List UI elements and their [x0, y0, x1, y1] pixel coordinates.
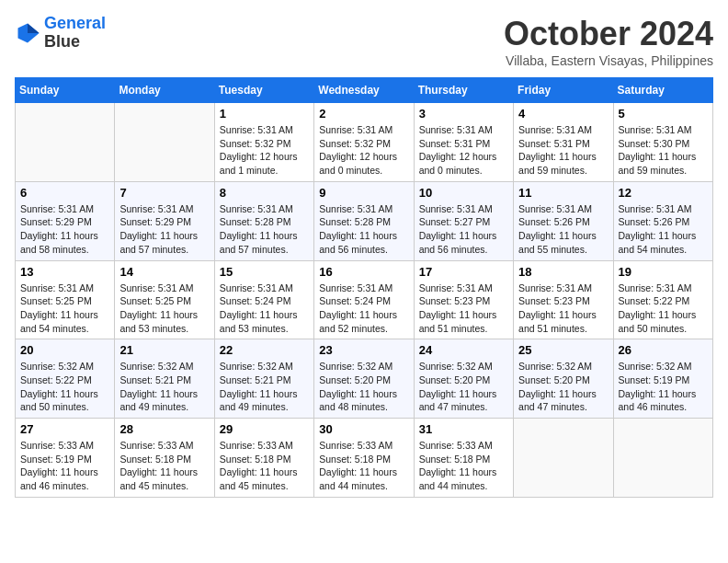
calendar-table: SundayMondayTuesdayWednesdayThursdayFrid…: [15, 77, 713, 498]
day-info: Sunrise: 5:31 AM Sunset: 5:32 PM Dayligh…: [319, 123, 408, 178]
day-of-week-header: Monday: [115, 78, 214, 103]
day-info: Sunrise: 5:31 AM Sunset: 5:27 PM Dayligh…: [419, 202, 508, 257]
day-of-week-header: Thursday: [414, 78, 513, 103]
day-number: 10: [419, 186, 508, 200]
logo-icon: [15, 20, 40, 46]
day-number: 19: [619, 265, 708, 279]
calendar-day-cell: 21 Sunrise: 5:32 AM Sunset: 5:21 PM Dayl…: [115, 339, 214, 419]
day-info: Sunrise: 5:31 AM Sunset: 5:22 PM Dayligh…: [619, 282, 708, 336]
day-number: 9: [319, 186, 408, 200]
calendar-day-cell: 25 Sunrise: 5:32 AM Sunset: 5:20 PM Dayl…: [514, 339, 613, 419]
calendar-day-cell: 16 Sunrise: 5:31 AM Sunset: 5:24 PM Dayl…: [314, 260, 414, 339]
calendar-header-row: SundayMondayTuesdayWednesdayThursdayFrid…: [16, 78, 713, 103]
day-of-week-header: Saturday: [613, 78, 712, 103]
day-of-week-header: Wednesday: [314, 78, 414, 103]
day-info: Sunrise: 5:32 AM Sunset: 5:20 PM Dayligh…: [518, 360, 608, 414]
day-number: 6: [20, 186, 109, 200]
calendar-day-cell: 20 Sunrise: 5:32 AM Sunset: 5:22 PM Dayl…: [16, 339, 115, 419]
day-number: 16: [319, 265, 408, 279]
calendar-day-cell: 5 Sunrise: 5:31 AM Sunset: 5:30 PM Dayli…: [613, 103, 712, 182]
calendar-day-cell: 11 Sunrise: 5:31 AM Sunset: 5:26 PM Dayl…: [514, 181, 613, 260]
day-number: 14: [119, 265, 209, 279]
day-info: Sunrise: 5:33 AM Sunset: 5:18 PM Dayligh…: [119, 439, 209, 493]
day-info: Sunrise: 5:32 AM Sunset: 5:20 PM Dayligh…: [419, 360, 508, 414]
calendar-day-cell: 17 Sunrise: 5:31 AM Sunset: 5:23 PM Dayl…: [414, 260, 513, 339]
calendar-week-row: 1 Sunrise: 5:31 AM Sunset: 5:32 PM Dayli…: [16, 103, 713, 182]
day-info: Sunrise: 5:31 AM Sunset: 5:24 PM Dayligh…: [220, 282, 309, 336]
day-info: Sunrise: 5:32 AM Sunset: 5:20 PM Dayligh…: [319, 360, 408, 414]
calendar-week-row: 20 Sunrise: 5:32 AM Sunset: 5:22 PM Dayl…: [16, 339, 713, 419]
calendar-day-cell: 29 Sunrise: 5:33 AM Sunset: 5:18 PM Dayl…: [214, 419, 313, 498]
day-info: Sunrise: 5:31 AM Sunset: 5:24 PM Dayligh…: [319, 282, 408, 336]
day-info: Sunrise: 5:31 AM Sunset: 5:25 PM Dayligh…: [119, 282, 209, 336]
day-number: 15: [220, 265, 309, 279]
day-info: Sunrise: 5:31 AM Sunset: 5:28 PM Dayligh…: [319, 202, 408, 257]
day-info: Sunrise: 5:31 AM Sunset: 5:29 PM Dayligh…: [20, 202, 109, 257]
day-number: 29: [220, 422, 309, 436]
day-info: Sunrise: 5:33 AM Sunset: 5:19 PM Dayligh…: [20, 439, 109, 493]
calendar-day-cell: 22 Sunrise: 5:32 AM Sunset: 5:21 PM Dayl…: [214, 339, 313, 419]
day-number: 26: [619, 343, 708, 357]
calendar-day-cell: 4 Sunrise: 5:31 AM Sunset: 5:31 PM Dayli…: [514, 103, 613, 182]
day-info: Sunrise: 5:32 AM Sunset: 5:21 PM Dayligh…: [220, 360, 309, 414]
day-info: Sunrise: 5:33 AM Sunset: 5:18 PM Dayligh…: [220, 439, 309, 493]
day-number: 22: [220, 343, 309, 357]
calendar-day-cell: 14 Sunrise: 5:31 AM Sunset: 5:25 PM Dayl…: [115, 260, 214, 339]
calendar-day-cell: 28 Sunrise: 5:33 AM Sunset: 5:18 PM Dayl…: [115, 419, 214, 498]
day-of-week-header: Sunday: [16, 78, 115, 103]
calendar-day-cell: 15 Sunrise: 5:31 AM Sunset: 5:24 PM Dayl…: [214, 260, 313, 339]
calendar-day-cell: 19 Sunrise: 5:31 AM Sunset: 5:22 PM Dayl…: [613, 260, 712, 339]
day-of-week-header: Tuesday: [214, 78, 313, 103]
title-block: October 2024 Villaba, Eastern Visayas, P…: [504, 15, 713, 68]
day-number: 28: [119, 422, 209, 436]
day-number: 2: [319, 107, 408, 121]
day-info: Sunrise: 5:31 AM Sunset: 5:26 PM Dayligh…: [619, 202, 708, 257]
day-number: 23: [319, 343, 408, 357]
calendar-day-cell: 26 Sunrise: 5:32 AM Sunset: 5:19 PM Dayl…: [613, 339, 712, 419]
logo: General Blue: [15, 15, 106, 52]
day-of-week-header: Friday: [514, 78, 613, 103]
day-number: 31: [419, 422, 508, 436]
day-number: 30: [319, 422, 408, 436]
logo-text: General Blue: [44, 15, 106, 52]
calendar-day-cell: 18 Sunrise: 5:31 AM Sunset: 5:23 PM Dayl…: [514, 260, 613, 339]
calendar-day-cell: 13 Sunrise: 5:31 AM Sunset: 5:25 PM Dayl…: [16, 260, 115, 339]
calendar-day-cell: 2 Sunrise: 5:31 AM Sunset: 5:32 PM Dayli…: [314, 103, 414, 182]
page-header: General Blue October 2024 Villaba, Easte…: [15, 15, 713, 68]
day-info: Sunrise: 5:33 AM Sunset: 5:18 PM Dayligh…: [319, 439, 408, 493]
calendar-day-cell: 8 Sunrise: 5:31 AM Sunset: 5:28 PM Dayli…: [214, 181, 313, 260]
day-info: Sunrise: 5:31 AM Sunset: 5:31 PM Dayligh…: [419, 123, 508, 178]
calendar-week-row: 27 Sunrise: 5:33 AM Sunset: 5:19 PM Dayl…: [16, 419, 713, 498]
calendar-day-cell: 31 Sunrise: 5:33 AM Sunset: 5:18 PM Dayl…: [414, 419, 513, 498]
day-number: 18: [518, 265, 608, 279]
calendar-day-cell: [514, 419, 613, 498]
day-number: 8: [220, 186, 309, 200]
day-number: 12: [619, 186, 708, 200]
calendar-day-cell: 9 Sunrise: 5:31 AM Sunset: 5:28 PM Dayli…: [314, 181, 414, 260]
calendar-day-cell: [613, 419, 712, 498]
month-title: October 2024: [504, 15, 713, 53]
day-number: 25: [518, 343, 608, 357]
day-info: Sunrise: 5:31 AM Sunset: 5:31 PM Dayligh…: [518, 123, 608, 178]
calendar-day-cell: 1 Sunrise: 5:31 AM Sunset: 5:32 PM Dayli…: [214, 103, 313, 182]
calendar-day-cell: [16, 103, 115, 182]
day-info: Sunrise: 5:32 AM Sunset: 5:21 PM Dayligh…: [119, 360, 209, 414]
calendar-day-cell: 12 Sunrise: 5:31 AM Sunset: 5:26 PM Dayl…: [613, 181, 712, 260]
calendar-day-cell: 24 Sunrise: 5:32 AM Sunset: 5:20 PM Dayl…: [414, 339, 513, 419]
day-number: 4: [518, 107, 608, 121]
day-number: 11: [518, 186, 608, 200]
calendar-day-cell: [115, 103, 214, 182]
day-info: Sunrise: 5:32 AM Sunset: 5:22 PM Dayligh…: [20, 360, 109, 414]
day-number: 24: [419, 343, 508, 357]
day-info: Sunrise: 5:33 AM Sunset: 5:18 PM Dayligh…: [419, 439, 508, 493]
day-number: 7: [119, 186, 209, 200]
calendar-day-cell: 27 Sunrise: 5:33 AM Sunset: 5:19 PM Dayl…: [16, 419, 115, 498]
day-info: Sunrise: 5:31 AM Sunset: 5:26 PM Dayligh…: [518, 202, 608, 257]
calendar-day-cell: 23 Sunrise: 5:32 AM Sunset: 5:20 PM Dayl…: [314, 339, 414, 419]
day-number: 27: [20, 422, 109, 436]
day-info: Sunrise: 5:31 AM Sunset: 5:29 PM Dayligh…: [119, 202, 209, 257]
day-info: Sunrise: 5:31 AM Sunset: 5:30 PM Dayligh…: [619, 123, 708, 178]
calendar-body: 1 Sunrise: 5:31 AM Sunset: 5:32 PM Dayli…: [16, 103, 713, 498]
calendar-day-cell: 30 Sunrise: 5:33 AM Sunset: 5:18 PM Dayl…: [314, 419, 414, 498]
day-info: Sunrise: 5:31 AM Sunset: 5:25 PM Dayligh…: [20, 282, 109, 336]
